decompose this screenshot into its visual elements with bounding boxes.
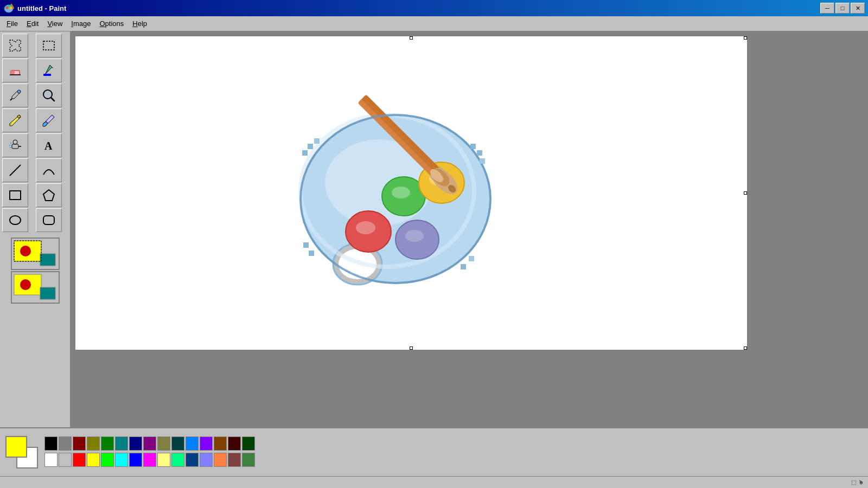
tool-eyedropper[interactable] [2, 84, 28, 107]
tool-rounded-rect[interactable] [36, 208, 62, 232]
svg-point-22 [9, 145, 10, 146]
color-swatch[interactable] [115, 436, 128, 451]
menu-file[interactable]: File [2, 17, 22, 30]
color-swatch[interactable] [171, 453, 184, 467]
tool-fill[interactable] [36, 59, 62, 82]
minimize-button[interactable]: ─ [820, 3, 834, 14]
color-swatch[interactable] [214, 436, 227, 451]
tools-grid: A [2, 34, 68, 232]
color-swatch[interactable] [157, 453, 170, 467]
menu-image[interactable]: Image [67, 17, 95, 30]
close-button[interactable]: ✕ [851, 3, 865, 14]
title-text: untitled - Paint [17, 4, 66, 12]
color-preview-box-2[interactable] [11, 271, 60, 304]
color-swatch[interactable] [242, 453, 255, 467]
svg-rect-66 [309, 251, 314, 256]
svg-point-13 [17, 90, 21, 93]
tool-curve[interactable] [36, 158, 62, 182]
canvas-area[interactable] [71, 31, 868, 427]
tool-brush[interactable] [36, 108, 62, 132]
color-swatch[interactable] [242, 436, 255, 451]
current-colors [5, 436, 38, 468]
color-swatch[interactable] [101, 453, 114, 467]
menu-options[interactable]: Options [95, 17, 128, 30]
svg-rect-9 [11, 70, 15, 75]
title-left: untitled - Paint [3, 3, 66, 14]
tool-polygon[interactable] [36, 183, 62, 207]
tool-text[interactable]: A [36, 133, 62, 157]
svg-line-12 [10, 99, 12, 100]
tool-rectangle[interactable] [2, 183, 28, 207]
tool-ellipse[interactable] [2, 208, 28, 232]
color-swatch[interactable] [228, 436, 241, 451]
handle-bottom-mid[interactable] [410, 346, 413, 350]
color-swatch[interactable] [186, 436, 199, 451]
handle-top-mid[interactable] [410, 36, 413, 40]
svg-rect-11 [43, 74, 51, 76]
svg-line-15 [51, 98, 54, 101]
color-swatch[interactable] [115, 453, 128, 467]
color-swatch[interactable] [73, 436, 86, 451]
handle-bottom-right[interactable] [744, 346, 747, 350]
status-right: ⬚ 🖱 [851, 479, 864, 485]
svg-point-3 [10, 7, 12, 10]
color-swatch[interactable] [87, 453, 100, 467]
canvas[interactable] [75, 36, 748, 350]
color-preview-box-1[interactable] [11, 237, 60, 270]
svg-rect-67 [461, 264, 466, 269]
tool-free-select[interactable] [2, 34, 28, 57]
app-icon [3, 3, 14, 14]
color-swatch[interactable] [129, 453, 142, 467]
color-swatch[interactable] [171, 436, 184, 451]
tool-eraser[interactable] [2, 59, 28, 82]
svg-rect-59 [302, 150, 308, 156]
menu-edit[interactable]: Edit [22, 17, 43, 30]
color-swatch[interactable] [228, 453, 241, 467]
color-swatch[interactable] [143, 453, 156, 467]
color-swatch[interactable] [59, 453, 72, 467]
color-swatch[interactable] [73, 453, 86, 467]
svg-marker-28 [43, 190, 54, 201]
color-swatch[interactable] [200, 436, 213, 451]
color-swatch[interactable] [129, 436, 142, 451]
svg-point-32 [20, 246, 31, 256]
handle-top-right[interactable] [744, 36, 747, 40]
color-swatch[interactable] [87, 436, 100, 451]
svg-rect-30 [43, 216, 54, 224]
svg-point-50 [405, 230, 424, 242]
menu-view[interactable]: View [43, 17, 67, 30]
svg-rect-61 [314, 138, 320, 144]
color-swatch[interactable] [143, 436, 156, 451]
restore-button[interactable]: □ [835, 3, 850, 14]
svg-point-21 [10, 143, 11, 144]
paint-palette-illustration [287, 74, 515, 307]
svg-point-23 [10, 147, 11, 148]
color-swatch[interactable] [59, 436, 72, 451]
palette-colors [44, 436, 255, 468]
foreground-color-box[interactable] [5, 436, 27, 458]
tool-magnifier[interactable] [36, 84, 62, 107]
title-buttons: ─ □ ✕ [820, 3, 865, 14]
status-icon-cursor: 🖱 [858, 479, 864, 485]
menu-bar: File Edit View Image Options Help [0, 16, 868, 31]
svg-rect-33 [40, 254, 55, 266]
svg-rect-62 [470, 144, 476, 149]
svg-rect-19 [12, 144, 18, 149]
svg-point-20 [13, 140, 17, 144]
color-swatch[interactable] [157, 436, 170, 451]
tool-airbrush[interactable] [2, 133, 28, 157]
svg-rect-7 [43, 41, 54, 50]
svg-point-36 [20, 279, 31, 290]
color-palette-bar [0, 427, 868, 476]
color-swatch[interactable] [200, 453, 213, 467]
handle-mid-right[interactable] [744, 191, 747, 195]
color-swatch[interactable] [186, 453, 199, 467]
tool-pencil[interactable] [2, 108, 28, 132]
color-swatch[interactable] [44, 436, 58, 451]
menu-help[interactable]: Help [128, 17, 151, 30]
color-swatch[interactable] [101, 436, 114, 451]
color-swatch[interactable] [44, 453, 58, 467]
tool-line[interactable] [2, 158, 28, 182]
tool-rect-select[interactable] [36, 34, 62, 57]
color-swatch[interactable] [214, 453, 227, 467]
